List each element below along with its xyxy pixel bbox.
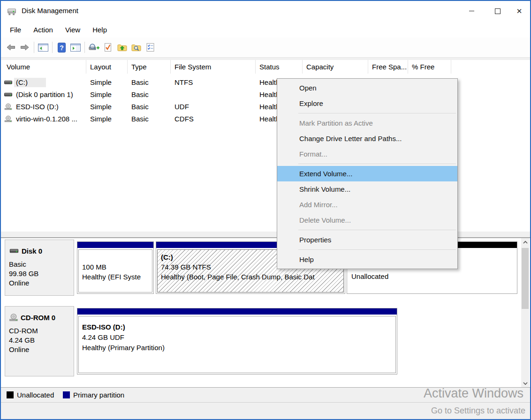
menu-item-change-drive-letter-and-paths[interactable]: Change Drive Letter and Paths... [277, 131, 457, 146]
menu-view[interactable]: View [59, 26, 86, 34]
volume-table-header: Volume Layout Type File System Status Ca… [1, 60, 530, 75]
menu-item-help[interactable]: Help [277, 252, 457, 267]
volume-file-system: CDFS [174, 114, 254, 124]
volume-layout: Simple [90, 114, 128, 124]
volume-layout: Simple [90, 102, 128, 112]
back-button[interactable] [4, 40, 18, 54]
minimize-icon [469, 11, 474, 11]
menu-item-extend-volume[interactable]: Extend Volume... [277, 166, 457, 181]
volume-type: Basic [131, 102, 171, 112]
folder-search-icon [131, 44, 141, 52]
volume-name[interactable]: ESD-ISO (D:) [14, 102, 61, 112]
toolbar: ? [1, 38, 530, 58]
menu-item-properties[interactable]: Properties [277, 232, 457, 248]
disk-status: Online [9, 345, 29, 354]
show-action-pane-icon [70, 44, 81, 52]
volume-name[interactable]: (Disk 0 partition 1) [14, 90, 75, 99]
folder-search-button[interactable] [129, 40, 143, 54]
column-header-capacity[interactable]: Capacity [303, 60, 368, 74]
chevron-down-icon [523, 382, 528, 385]
cd-rom-0-label-panel[interactable]: CD-ROM 0 CD-ROM 4.24 GB Online [5, 306, 74, 376]
partition-efi[interactable]: 100 MB Healthy (EFI Syste [77, 241, 154, 294]
cd-icon [4, 115, 12, 122]
partition-size: 100 MB [79, 262, 152, 272]
partition-d[interactable]: ESD-ISO (D:) 4.24 GB UDF Healthy (Primar… [77, 308, 397, 375]
disk-icon [9, 248, 19, 254]
partition-status: Healthy (Primary Partition) [79, 343, 395, 353]
forward-button[interactable] [18, 40, 32, 54]
column-header-volume[interactable]: Volume [3, 60, 86, 74]
cd-icon [4, 103, 12, 110]
disk-type: Basic [9, 260, 26, 269]
toolbar-separator [84, 42, 85, 53]
folder-up-button[interactable] [115, 40, 129, 54]
column-header-layout[interactable]: Layout [86, 60, 128, 74]
volume-layout: Simple [90, 78, 128, 87]
context-menu: Open Explore Mark Partition as Active Ch… [277, 78, 458, 269]
menu-help[interactable]: Help [86, 26, 113, 34]
scroll-up-button[interactable] [521, 238, 529, 246]
primary-partition-band [77, 242, 153, 248]
menu-item-add-mirror: Add Mirror... [277, 197, 457, 212]
partition-size: 4.24 GB UDF [79, 332, 395, 343]
rescan-disks-button[interactable] [87, 40, 101, 54]
maximize-button[interactable] [487, 1, 508, 21]
window-title: Disk Management [22, 7, 78, 15]
volume-type: Basic [131, 90, 171, 99]
volume-file-system: NTFS [174, 78, 254, 87]
scrollbar-thumb[interactable] [522, 248, 529, 309]
column-header-type[interactable]: Type [128, 60, 171, 74]
rescan-disks-icon [88, 43, 99, 52]
disk-name: Disk 0 [22, 247, 42, 255]
cd-icon [9, 314, 18, 321]
volume-name[interactable]: virtio-win-0.1.208 ... [14, 114, 79, 124]
forward-icon [20, 44, 30, 51]
menu-separator [277, 162, 457, 166]
column-header-empty[interactable] [451, 60, 530, 74]
unallocated-swatch [7, 391, 14, 398]
partition-status: Healthy (EFI Syste [79, 272, 152, 282]
menu-separator [277, 111, 457, 115]
vertical-scrollbar[interactable] [521, 238, 529, 387]
partition-status: Healthy (Boot, Page File, Crash Dump, Ba… [158, 272, 343, 282]
menu-item-explore[interactable]: Explore [277, 96, 457, 111]
chevron-up-icon [523, 240, 528, 244]
primary-partition-band [77, 308, 397, 315]
volume-name[interactable]: (C:) [14, 78, 46, 87]
disk-name: CD-ROM 0 [21, 314, 55, 322]
show-console-tree-button[interactable] [36, 40, 50, 54]
menu-separator [277, 228, 457, 232]
menu-item-open[interactable]: Open [277, 80, 457, 96]
properties-checklist-icon [146, 43, 154, 52]
properties-checklist-button[interactable] [143, 40, 157, 54]
check-disk-button[interactable] [101, 40, 115, 54]
toolbar-separator [34, 42, 34, 53]
menu-bar: File Action View Help [1, 22, 530, 38]
volume-type: Basic [131, 78, 171, 87]
show-action-pane-button[interactable] [68, 40, 83, 54]
maximize-icon [495, 8, 501, 14]
primary-partition-swatch [63, 391, 70, 398]
menu-action[interactable]: Action [27, 26, 59, 34]
close-button[interactable]: ✕ [508, 1, 530, 21]
column-header-status[interactable]: Status [256, 60, 303, 74]
disk-status: Online [9, 278, 29, 288]
menu-item-delete-volume: Delete Volume... [277, 212, 457, 228]
scroll-down-button[interactable] [521, 379, 529, 387]
disk-0-label-panel[interactable]: Disk 0 Basic 99.98 GB Online [5, 240, 74, 296]
column-header-free-space[interactable]: Free Spa... [368, 60, 408, 74]
column-header-pct-free[interactable]: % Free [408, 60, 451, 74]
disk-management-window: Disk Management ✕ File Action View Help [0, 0, 531, 420]
check-disk-icon [104, 43, 112, 52]
menu-file[interactable]: File [4, 26, 27, 34]
disk-size: 99.98 GB [9, 269, 38, 278]
menu-item-shrink-volume[interactable]: Shrink Volume... [277, 181, 457, 197]
disk-size: 4.24 GB [9, 336, 35, 345]
disk-icon [4, 79, 12, 86]
column-header-file-system[interactable]: File System [171, 60, 256, 74]
minimize-button[interactable] [461, 1, 482, 21]
volume-file-system: UDF [174, 102, 254, 112]
close-icon: ✕ [516, 8, 523, 15]
volume-type: Basic [131, 114, 171, 124]
help-button[interactable]: ? [54, 40, 68, 54]
